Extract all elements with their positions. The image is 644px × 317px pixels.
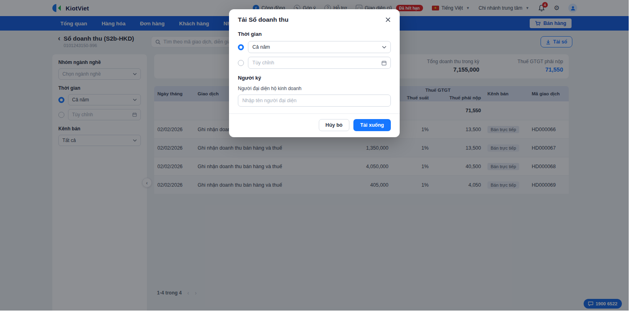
modal-signer-input[interactable] <box>242 98 386 103</box>
modal-time-custom-row <box>238 57 391 69</box>
modal-signer-sub-label: Người đại diện hộ kinh doanh <box>238 86 391 91</box>
download-revenue-modal: Tải Sổ doanh thu Thời gian Cả năm <box>229 9 400 137</box>
close-icon[interactable] <box>385 17 391 23</box>
app-window: KiotViet f Cộng đồng ✎ Góp ý ? Hỗ trợ ▢ … <box>0 0 629 311</box>
modal-signer-label: Người ký <box>238 75 391 81</box>
modal-time-year-radio[interactable] <box>238 44 244 50</box>
modal-body: Thời gian Cả năm <box>229 31 400 107</box>
calendar-icon <box>382 60 386 66</box>
modal-time-year-row: Cả năm <box>238 41 391 53</box>
download-button[interactable]: Tải xuống <box>353 119 391 131</box>
modal-time-year-select[interactable]: Cả năm <box>248 41 391 53</box>
modal-signer-field <box>238 95 391 107</box>
chevron-down-icon <box>382 46 386 49</box>
modal-title: Tải Sổ doanh thu <box>238 16 289 23</box>
modal-time-custom-input[interactable] <box>252 60 378 66</box>
modal-time-custom-field <box>248 57 391 69</box>
modal-time-label: Thời gian <box>238 31 391 37</box>
modal-time-year-value: Cả năm <box>252 44 379 50</box>
modal-time-custom-radio[interactable] <box>238 60 244 66</box>
modal-footer: Hủy bỏ Tải xuống <box>229 113 400 137</box>
cancel-button[interactable]: Hủy bỏ <box>319 119 349 131</box>
modal-header: Tải Sổ doanh thu <box>229 9 400 23</box>
